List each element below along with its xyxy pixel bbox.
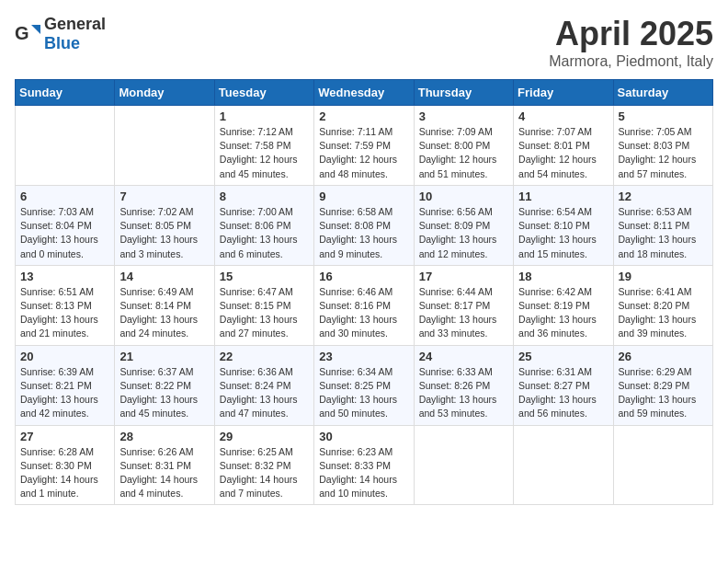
calendar-week-row: 6Sunrise: 7:03 AM Sunset: 8:04 PM Daylig… — [16, 185, 713, 265]
day-info: Sunrise: 7:12 AM Sunset: 7:58 PM Dayligh… — [220, 125, 309, 181]
col-header-friday: Friday — [514, 80, 613, 106]
day-number: 30 — [319, 430, 408, 443]
calendar-cell: 5Sunrise: 7:05 AM Sunset: 8:03 PM Daylig… — [613, 106, 712, 186]
calendar-cell: 3Sunrise: 7:09 AM Sunset: 8:00 PM Daylig… — [414, 106, 513, 186]
col-header-thursday: Thursday — [414, 80, 513, 106]
calendar-cell: 19Sunrise: 6:41 AM Sunset: 8:20 PM Dayli… — [613, 265, 712, 345]
calendar-cell: 21Sunrise: 6:37 AM Sunset: 8:22 PM Dayli… — [115, 345, 214, 425]
calendar-cell: 20Sunrise: 6:39 AM Sunset: 8:21 PM Dayli… — [16, 345, 115, 425]
location-title: Marmora, Piedmont, Italy — [549, 53, 713, 70]
day-number: 17 — [419, 270, 508, 283]
day-number: 23 — [319, 350, 408, 363]
calendar-cell: 7Sunrise: 7:02 AM Sunset: 8:05 PM Daylig… — [115, 185, 214, 265]
day-number: 20 — [20, 350, 109, 363]
month-title: April 2025 — [549, 15, 713, 53]
calendar-cell: 29Sunrise: 6:25 AM Sunset: 8:32 PM Dayli… — [214, 425, 313, 505]
day-number: 25 — [518, 350, 608, 363]
day-info: Sunrise: 7:00 AM Sunset: 8:06 PM Dayligh… — [220, 205, 309, 261]
calendar-cell — [613, 425, 712, 505]
day-number: 28 — [119, 430, 209, 443]
day-number: 27 — [20, 430, 109, 443]
col-header-monday: Monday — [115, 80, 214, 106]
calendar-cell: 15Sunrise: 6:47 AM Sunset: 8:15 PM Dayli… — [214, 265, 313, 345]
calendar-cell: 17Sunrise: 6:44 AM Sunset: 8:17 PM Dayli… — [414, 265, 513, 345]
day-info: Sunrise: 6:36 AM Sunset: 8:24 PM Dayligh… — [220, 365, 309, 421]
calendar-week-row: 1Sunrise: 7:12 AM Sunset: 7:58 PM Daylig… — [16, 106, 713, 186]
logo: G General Blue — [15, 15, 106, 53]
calendar-header-row: SundayMondayTuesdayWednesdayThursdayFrid… — [16, 80, 713, 106]
calendar-cell: 11Sunrise: 6:54 AM Sunset: 8:10 PM Dayli… — [514, 185, 613, 265]
day-info: Sunrise: 6:44 AM Sunset: 8:17 PM Dayligh… — [419, 285, 508, 341]
calendar-cell: 27Sunrise: 6:28 AM Sunset: 8:30 PM Dayli… — [16, 425, 115, 505]
day-info: Sunrise: 6:51 AM Sunset: 8:13 PM Dayligh… — [20, 285, 109, 341]
calendar-cell: 25Sunrise: 6:31 AM Sunset: 8:27 PM Dayli… — [514, 345, 613, 425]
calendar-cell: 10Sunrise: 6:56 AM Sunset: 8:09 PM Dayli… — [414, 185, 513, 265]
calendar-cell: 23Sunrise: 6:34 AM Sunset: 8:25 PM Dayli… — [314, 345, 414, 425]
day-info: Sunrise: 6:28 AM Sunset: 8:30 PM Dayligh… — [20, 445, 109, 501]
day-number: 11 — [518, 190, 608, 203]
logo-icon: G — [15, 21, 40, 47]
calendar-week-row: 27Sunrise: 6:28 AM Sunset: 8:30 PM Dayli… — [16, 425, 713, 505]
day-info: Sunrise: 6:41 AM Sunset: 8:20 PM Dayligh… — [619, 285, 708, 341]
calendar-cell — [414, 425, 513, 505]
logo-text: General Blue — [44, 15, 106, 53]
title-area: April 2025 Marmora, Piedmont, Italy — [549, 15, 713, 70]
day-number: 14 — [119, 270, 209, 283]
day-info: Sunrise: 6:49 AM Sunset: 8:14 PM Dayligh… — [119, 285, 209, 341]
day-number: 13 — [20, 270, 109, 283]
day-info: Sunrise: 6:53 AM Sunset: 8:11 PM Dayligh… — [619, 205, 708, 261]
day-info: Sunrise: 6:33 AM Sunset: 8:26 PM Dayligh… — [419, 365, 508, 421]
calendar-table: SundayMondayTuesdayWednesdayThursdayFrid… — [15, 79, 713, 505]
calendar-cell — [16, 106, 115, 186]
calendar-cell: 30Sunrise: 6:23 AM Sunset: 8:33 PM Dayli… — [314, 425, 414, 505]
day-number: 21 — [119, 350, 209, 363]
calendar-cell: 8Sunrise: 7:00 AM Sunset: 8:06 PM Daylig… — [214, 185, 313, 265]
day-number: 26 — [619, 350, 708, 363]
day-info: Sunrise: 6:26 AM Sunset: 8:31 PM Dayligh… — [119, 445, 209, 501]
day-number: 5 — [619, 109, 708, 123]
calendar-cell — [115, 106, 214, 186]
day-info: Sunrise: 7:07 AM Sunset: 8:01 PM Dayligh… — [518, 125, 608, 181]
day-info: Sunrise: 6:34 AM Sunset: 8:25 PM Dayligh… — [319, 365, 408, 421]
day-number: 10 — [419, 190, 508, 203]
calendar-cell — [514, 425, 613, 505]
day-info: Sunrise: 6:25 AM Sunset: 8:32 PM Dayligh… — [220, 445, 309, 501]
day-info: Sunrise: 7:02 AM Sunset: 8:05 PM Dayligh… — [119, 205, 209, 261]
day-number: 3 — [419, 109, 508, 123]
day-number: 4 — [518, 109, 608, 123]
day-info: Sunrise: 6:46 AM Sunset: 8:16 PM Dayligh… — [319, 285, 408, 341]
calendar-cell: 1Sunrise: 7:12 AM Sunset: 7:58 PM Daylig… — [214, 106, 313, 186]
day-info: Sunrise: 6:37 AM Sunset: 8:22 PM Dayligh… — [119, 365, 209, 421]
calendar-cell: 12Sunrise: 6:53 AM Sunset: 8:11 PM Dayli… — [613, 185, 712, 265]
day-number: 2 — [319, 109, 408, 123]
calendar-cell: 2Sunrise: 7:11 AM Sunset: 7:59 PM Daylig… — [314, 106, 414, 186]
calendar-cell: 24Sunrise: 6:33 AM Sunset: 8:26 PM Dayli… — [414, 345, 513, 425]
calendar-cell: 4Sunrise: 7:07 AM Sunset: 8:01 PM Daylig… — [514, 106, 613, 186]
col-header-tuesday: Tuesday — [214, 80, 313, 106]
col-header-wednesday: Wednesday — [314, 80, 414, 106]
day-number: 19 — [619, 270, 708, 283]
calendar-week-row: 20Sunrise: 6:39 AM Sunset: 8:21 PM Dayli… — [16, 345, 713, 425]
day-info: Sunrise: 6:56 AM Sunset: 8:09 PM Dayligh… — [419, 205, 508, 261]
day-number: 12 — [619, 190, 708, 203]
col-header-saturday: Saturday — [613, 80, 712, 106]
day-number: 16 — [319, 270, 408, 283]
day-info: Sunrise: 7:03 AM Sunset: 8:04 PM Dayligh… — [20, 205, 109, 261]
col-header-sunday: Sunday — [16, 80, 115, 106]
calendar-cell: 13Sunrise: 6:51 AM Sunset: 8:13 PM Dayli… — [16, 265, 115, 345]
calendar-cell: 26Sunrise: 6:29 AM Sunset: 8:29 PM Dayli… — [613, 345, 712, 425]
day-info: Sunrise: 7:09 AM Sunset: 8:00 PM Dayligh… — [419, 125, 508, 181]
calendar-cell: 22Sunrise: 6:36 AM Sunset: 8:24 PM Dayli… — [214, 345, 313, 425]
calendar-cell: 6Sunrise: 7:03 AM Sunset: 8:04 PM Daylig… — [16, 185, 115, 265]
day-info: Sunrise: 6:47 AM Sunset: 8:15 PM Dayligh… — [220, 285, 309, 341]
calendar-cell: 16Sunrise: 6:46 AM Sunset: 8:16 PM Dayli… — [314, 265, 414, 345]
calendar-cell: 28Sunrise: 6:26 AM Sunset: 8:31 PM Dayli… — [115, 425, 214, 505]
svg-marker-1 — [31, 25, 40, 34]
day-number: 8 — [220, 190, 309, 203]
page-header: G General Blue April 2025 Marmora, Piedm… — [15, 15, 713, 70]
day-number: 7 — [119, 190, 209, 203]
day-info: Sunrise: 6:23 AM Sunset: 8:33 PM Dayligh… — [319, 445, 408, 501]
calendar-cell: 14Sunrise: 6:49 AM Sunset: 8:14 PM Dayli… — [115, 265, 214, 345]
day-number: 22 — [220, 350, 309, 363]
calendar-cell: 9Sunrise: 6:58 AM Sunset: 8:08 PM Daylig… — [314, 185, 414, 265]
